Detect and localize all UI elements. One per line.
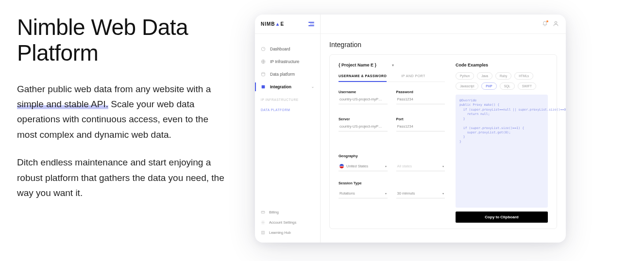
logo: NIMB▲E (261, 21, 284, 27)
lang-pill-swift[interactable]: SWIFT (518, 82, 536, 90)
svg-point-6 (555, 21, 557, 23)
lang-pill-ruby[interactable]: Ruby (495, 72, 511, 80)
sidebar-subhead-data-platform[interactable]: DATA PLATFORM (255, 103, 320, 114)
sidebar-item-learning-hub[interactable]: Learning Hub (255, 228, 320, 238)
user-icon[interactable] (553, 20, 559, 28)
code-box: @Override public Proxy make() { if (supe… (456, 95, 548, 208)
chevron-down-icon: ▾ (385, 192, 387, 195)
port-label: Port (396, 117, 445, 121)
lang-pill-sql[interactable]: SQL (500, 82, 515, 90)
hero-paragraph-1: Gather public web data from any website … (17, 82, 226, 142)
password-label: Password (396, 90, 445, 94)
gauge-icon (261, 47, 266, 51)
lang-pill-javascript[interactable]: Javascript (456, 82, 478, 90)
page-title: Integration (329, 41, 557, 49)
sidebar: NIMB▲E Dashboard IP Infrastructure Data … (255, 15, 321, 243)
integration-panel: { Project Name E } ▾ USERNAME & PASSWORD… (329, 54, 557, 229)
hero-title: Nimble Web Data Platform (17, 15, 226, 66)
port-input[interactable] (396, 123, 445, 131)
project-dropdown[interactable]: ▾ (392, 63, 394, 67)
svg-rect-4 (261, 211, 265, 213)
sidebar-item-billing[interactable]: Billing (255, 207, 320, 217)
lang-pill-python[interactable]: Python (456, 72, 474, 80)
session-type-label: Session Type (339, 181, 445, 185)
tab-username-password[interactable]: USERNAME & PASSWORD (339, 74, 387, 82)
server-label: Server (339, 117, 388, 121)
svg-point-5 (262, 222, 263, 223)
bell-icon[interactable] (542, 21, 548, 28)
lang-pill-wrap: PythonJavaRubyHTMLsJavascriptPHPSQLSWIFT (456, 72, 548, 90)
svg-point-2 (262, 72, 265, 74)
chevron-down-icon: ▾ (385, 164, 387, 168)
sidebar-item-data-platform[interactable]: Data platform (255, 68, 320, 81)
lang-pill-htmls[interactable]: HTMLs (514, 72, 533, 80)
integration-icon (261, 84, 266, 89)
geography-label: Geography (339, 154, 445, 158)
database-icon (261, 72, 266, 77)
hamburger-icon[interactable] (308, 22, 314, 26)
app-window: NIMB▲E Dashboard IP Infrastructure Data … (255, 15, 566, 243)
chevron-down-icon: ▾ (442, 164, 444, 168)
project-name: { Project Name E } (339, 63, 376, 67)
session-type-select[interactable]: Rotations ▾ (339, 190, 388, 198)
chevron-down-icon: ▾ (442, 192, 444, 195)
sidebar-item-integration[interactable]: Integration ⌄ (255, 81, 320, 93)
state-select[interactable]: All states ▾ (396, 163, 445, 171)
sidebar-item-dashboard[interactable]: Dashboard (255, 43, 320, 55)
globe-icon (261, 59, 266, 64)
tab-ip-port[interactable]: IP AND PORT (401, 74, 425, 82)
username-label: Username (339, 90, 388, 94)
book-icon (261, 230, 265, 235)
chevron-down-icon: ⌄ (311, 85, 314, 89)
username-input[interactable] (339, 96, 388, 104)
lang-pill-java[interactable]: Java (477, 72, 492, 80)
country-select[interactable]: United States ▾ (339, 163, 388, 171)
sidebar-subhead-ip[interactable]: IP INFRASTRUCTURE (255, 93, 320, 103)
lang-pill-php[interactable]: PHP (481, 82, 496, 90)
card-icon (261, 210, 265, 214)
topbar (321, 15, 566, 34)
password-input[interactable] (396, 96, 445, 104)
code-examples-heading: Code Examples (456, 63, 548, 67)
hero-p1-a: Gather public web data from any website … (17, 84, 211, 94)
session-time-select[interactable]: 30 minnuts ▾ (396, 190, 445, 198)
sidebar-item-account-settings[interactable]: Account Settings (255, 217, 320, 228)
server-input[interactable] (339, 123, 388, 131)
flag-icon (339, 164, 344, 168)
copy-to-clipboard-button[interactable]: Copy to Clipboard (456, 212, 548, 223)
gear-icon (261, 220, 265, 225)
svg-rect-3 (262, 85, 265, 89)
hero-paragraph-2: Ditch endless maintenance and start enjo… (17, 155, 226, 200)
hero-highlight: simple and stable API. (17, 99, 108, 109)
sidebar-item-ip-infrastructure[interactable]: IP Infrastructure (255, 55, 320, 68)
